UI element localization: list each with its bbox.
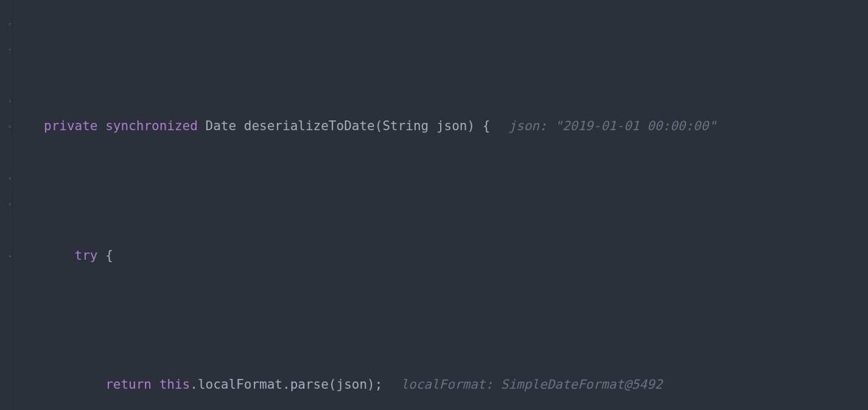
gutter: ▸ ▸ ▸ ▸ ▸ ▸ ▸ bbox=[0, 0, 13, 410]
fold-marker[interactable]: ▸ bbox=[9, 176, 12, 180]
fold-marker[interactable]: ▸ bbox=[9, 254, 12, 258]
rparen: ) bbox=[467, 119, 475, 133]
code-editor[interactable]: ▸ ▸ ▸ ▸ ▸ ▸ ▸ private synchronized Date … bbox=[0, 0, 868, 410]
semi: ; bbox=[375, 377, 383, 392]
code-area[interactable]: private synchronized Date deserializeToD… bbox=[0, 10, 868, 410]
dot: . bbox=[282, 377, 290, 392]
space bbox=[475, 119, 483, 133]
method-parse: parse bbox=[290, 377, 329, 392]
lbrace: { bbox=[483, 119, 491, 133]
code-line[interactable]: try { bbox=[44, 243, 868, 269]
space bbox=[152, 377, 159, 392]
fold-marker[interactable]: ▸ bbox=[9, 99, 12, 103]
fold-marker[interactable]: ▸ bbox=[9, 47, 12, 51]
field-localformat: localFormat bbox=[198, 377, 282, 392]
space bbox=[98, 119, 106, 133]
space bbox=[429, 119, 436, 133]
param-json: json bbox=[436, 119, 467, 133]
keyword-synchronized: synchronized bbox=[105, 119, 198, 133]
inlay-hint-value: SimpleDateFormat@5492 bbox=[501, 377, 663, 392]
keyword-try: try bbox=[75, 248, 98, 263]
fold-marker[interactable]: ▸ bbox=[9, 202, 12, 206]
inlay-hint-label: localFormat: bbox=[401, 377, 500, 392]
code-line[interactable]: return this.localFormat.parse(json);loca… bbox=[44, 372, 868, 398]
inlay-hint-label: json: bbox=[508, 119, 555, 133]
fold-marker[interactable]: ▸ bbox=[9, 125, 12, 128]
dot: . bbox=[190, 377, 198, 392]
space bbox=[198, 119, 206, 133]
method-name: deserializeToDate bbox=[244, 119, 375, 133]
space bbox=[236, 119, 244, 133]
keyword-this: this bbox=[159, 377, 191, 392]
fold-marker[interactable]: ▸ bbox=[9, 22, 12, 26]
keyword-private: private bbox=[44, 119, 98, 133]
inlay-hint-value: "2019-01-01 00:00:00" bbox=[555, 119, 716, 133]
keyword-return: return bbox=[105, 377, 152, 392]
type-string: String bbox=[382, 119, 429, 133]
code-line[interactable]: private synchronized Date deserializeToD… bbox=[44, 113, 868, 139]
space bbox=[98, 248, 106, 263]
lparen: ( bbox=[375, 119, 383, 133]
lparen: ( bbox=[329, 377, 337, 392]
lbrace: { bbox=[105, 248, 113, 263]
type-date: Date bbox=[206, 119, 237, 133]
arg-json: json bbox=[337, 377, 368, 392]
rparen: ) bbox=[367, 377, 375, 392]
